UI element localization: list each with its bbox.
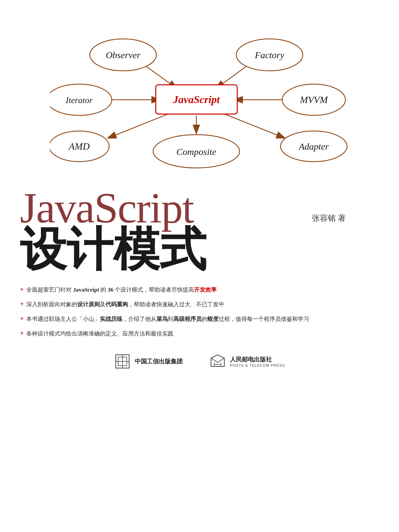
- publisher-2: 人民邮电出版社 POSTS & TELECOM PRESS: [209, 353, 285, 370]
- composite-label: Composite: [176, 147, 216, 157]
- bullet-item-3: + 本书通过职场主人公「小山」实战历练，介绍了他从菜鸟到高级程序员的蜕变过程，值…: [20, 312, 379, 325]
- bullet-item-4: + 各种设计模式均给出清晰准确的定义、应用方法和最佳实践: [20, 327, 379, 340]
- publisher-2-name: 人民邮电出版社: [230, 355, 285, 363]
- adapter-label: Adapter: [298, 141, 328, 152]
- publisher-2-subtitle: POSTS & TELECOM PRESS: [230, 363, 285, 367]
- line-js-adapter: [216, 111, 285, 138]
- mvvm-label: MVVM: [299, 94, 328, 105]
- publisher-1-logo: [114, 353, 131, 370]
- publishers-section: 中国工信出版集团 人民邮电出版社 POSTS & TELECOM PRESS: [20, 353, 379, 376]
- bullet-text-3: 本书通过职场主人公「小山」实战历练，介绍了他从菜鸟到高级程序员的蜕变过程，值得每…: [26, 314, 309, 325]
- publisher-1: 中国工信出版集团: [114, 353, 183, 370]
- bullet-text-1: 全面超萦艺门针对 JavaScript 的 36 个设计模式，帮助读者尽快提高开…: [26, 284, 216, 296]
- iterator-label: Iterator: [65, 95, 93, 105]
- javascript-label: JavaScript: [172, 93, 220, 105]
- bullet-plus-4: +: [20, 327, 24, 340]
- bullet-text-2: 深入剖析面向对象的设计原则及代码重构，帮助读者快速融入过大、不已丁发中: [26, 299, 224, 310]
- line-js-amd: [108, 111, 176, 138]
- amd-label: AMD: [68, 141, 90, 152]
- bullet-plus-1: +: [20, 283, 24, 296]
- bullet-item-2: + 深入剖析面向对象的设计原则及代码重构，帮助读者快速融入过大、不已丁发中: [20, 297, 379, 311]
- observer-label: Observer: [105, 50, 140, 60]
- publisher-2-logo: [209, 353, 226, 370]
- bullet-list: + 全面超萦艺门针对 JavaScript 的 36 个设计模式，帮助读者尽快提…: [20, 283, 379, 340]
- title-chinese: 设计模式: [20, 226, 379, 273]
- factory-label: Factory: [254, 50, 284, 60]
- publisher-2-text: 人民邮电出版社 POSTS & TELECOM PRESS: [230, 355, 285, 367]
- bullet-plus-2: +: [20, 297, 24, 311]
- author-text: 张容铭 著: [312, 213, 346, 223]
- bottom-area: JavaScript 张容铭 著 设计模式 + 全面超萦艺门针对 JavaScr…: [0, 186, 399, 376]
- title-section: JavaScript 张容铭 著 设计模式: [20, 186, 379, 273]
- bullet-text-4: 各种设计模式均给出清晰准确的定义、应用方法和最佳实践: [26, 328, 173, 339]
- publisher-1-name: 中国工信出版集团: [135, 357, 183, 365]
- bullet-item-1: + 全面超萦艺门针对 JavaScript 的 36 个设计模式，帮助读者尽快提…: [20, 283, 379, 296]
- bullet-plus-3: +: [20, 312, 24, 325]
- diagram-area: Observer Factory Iterator JavaScript MVV…: [50, 13, 349, 186]
- publisher-1-text: 中国工信出版集团: [135, 357, 183, 365]
